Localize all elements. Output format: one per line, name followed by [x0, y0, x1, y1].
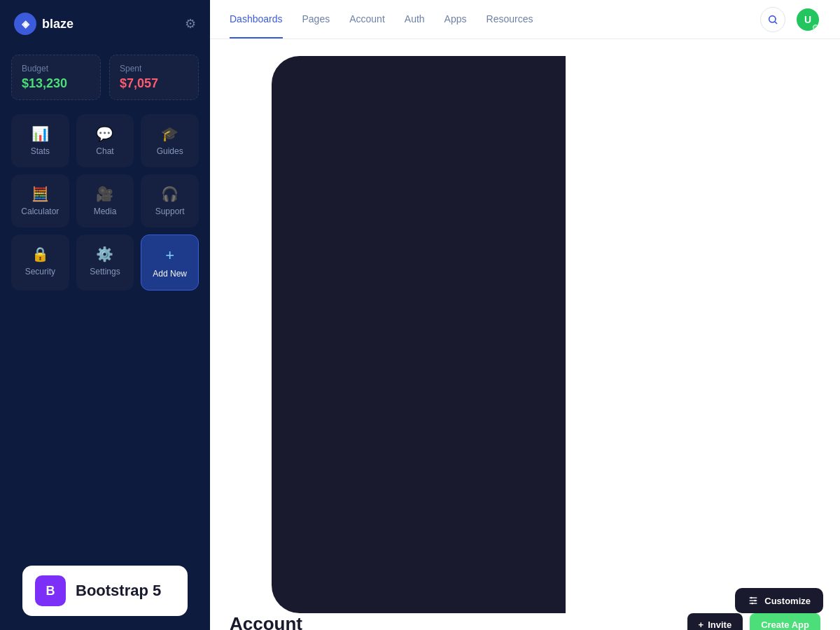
stats-icon: 📊: [31, 125, 49, 142]
sidebar-item-label: Support: [155, 206, 185, 216]
dark-overlay: [272, 56, 566, 613]
invite-button[interactable]: + Invite: [687, 613, 743, 630]
nav-dashboards[interactable]: Dashboards: [230, 1, 283, 38]
sidebar-item-media[interactable]: 🎥 Media: [76, 174, 134, 227]
media-icon: 🎥: [96, 186, 113, 202]
nav-apps[interactable]: Apps: [444, 1, 467, 38]
nav-links: Dashboards Pages Account Auth Apps Resou…: [230, 1, 533, 38]
sidebar-item-stats[interactable]: 📊 Stats: [11, 114, 69, 167]
sidebar-item-label: Security: [25, 267, 55, 276]
calculator-icon: 🧮: [31, 186, 49, 202]
sidebar-item-label: Media: [94, 206, 117, 216]
user-avatar[interactable]: U: [795, 7, 820, 32]
support-icon: 🎧: [161, 186, 178, 202]
nav-auth[interactable]: Auth: [405, 1, 425, 38]
guides-icon: 🎓: [161, 125, 178, 142]
sidebar-item-label: Calculator: [21, 206, 59, 216]
nav-account[interactable]: Account: [349, 1, 385, 38]
nav-grid: 📊 Stats 💬 Chat 🎓 Guides 🧮 Calculator 🎥 M…: [0, 114, 210, 290]
header-actions: + Invite Create App: [687, 613, 820, 630]
customize-button[interactable]: Customize: [735, 588, 823, 613]
budget-label: Budget: [22, 64, 90, 74]
budget-card: Budget $13,230: [11, 55, 101, 100]
svg-point-0: [769, 15, 776, 22]
nav-resources[interactable]: Resources: [486, 1, 533, 38]
page-content: Account 🏠 › Account › Overwiev + Invite …: [210, 39, 840, 630]
security-icon: 🔒: [31, 246, 49, 262]
search-button[interactable]: [760, 7, 785, 32]
page-title: Account: [230, 613, 335, 630]
sidebar-item-label: Stats: [31, 146, 50, 156]
top-nav-right: U: [760, 7, 820, 32]
logo-text: blaze: [42, 17, 74, 31]
sidebar-item-calculator[interactable]: 🧮 Calculator: [11, 174, 69, 227]
menu-icon[interactable]: ⚙: [185, 16, 196, 31]
svg-point-32: [752, 603, 754, 605]
bootstrap-badge: B Bootstrap 5: [22, 566, 188, 616]
spent-card: Spent $7,057: [109, 55, 199, 100]
svg-line-1: [775, 22, 777, 24]
customize-icon: [748, 595, 759, 606]
add-new-icon: +: [165, 246, 174, 265]
sidebar-item-add-new[interactable]: + Add New: [141, 234, 199, 290]
sidebar-item-settings[interactable]: ⚙️ Settings: [76, 234, 134, 290]
sidebar-item-label: Settings: [90, 267, 120, 276]
sidebar-item-support[interactable]: 🎧 Support: [141, 174, 199, 227]
spent-label: Spent: [120, 64, 188, 74]
sidebar-item-label: Guides: [157, 146, 183, 156]
budget-value: $13,230: [22, 76, 90, 91]
sidebar-item-label: Add New: [153, 269, 187, 279]
sidebar-item-chat[interactable]: 💬 Chat: [76, 114, 134, 167]
top-nav: Dashboards Pages Account Auth Apps Resou…: [210, 0, 840, 39]
page-header: Account 🏠 › Account › Overwiev + Invite …: [230, 613, 820, 630]
nav-pages[interactable]: Pages: [302, 1, 330, 38]
main-area: Dashboards Pages Account Auth Apps Resou…: [210, 0, 840, 630]
bootstrap-text: Bootstrap 5: [76, 582, 161, 600]
online-dot: [813, 24, 818, 30]
settings-icon: ⚙️: [96, 246, 113, 262]
bootstrap-icon: B: [35, 575, 66, 606]
sidebar-item-security[interactable]: 🔒 Security: [11, 234, 69, 290]
logo-area: ◈ blaze: [14, 13, 74, 35]
sidebar-header: ◈ blaze ⚙: [0, 0, 210, 48]
sidebar: ◈ blaze ⚙ Budget $13,230 Spent $7,057 📊 …: [0, 0, 210, 630]
sidebar-item-guides[interactable]: 🎓 Guides: [141, 114, 199, 167]
customize-label: Customize: [764, 596, 811, 606]
svg-point-30: [750, 597, 752, 599]
budget-row: Budget $13,230 Spent $7,057: [0, 48, 210, 114]
spent-value: $7,057: [120, 76, 188, 91]
svg-point-31: [755, 600, 757, 602]
plus-icon: +: [699, 620, 704, 630]
chat-icon: 💬: [96, 125, 113, 142]
sidebar-item-label: Chat: [96, 146, 113, 156]
create-app-button[interactable]: Create App: [750, 613, 820, 630]
logo-icon: ◈: [14, 13, 36, 35]
